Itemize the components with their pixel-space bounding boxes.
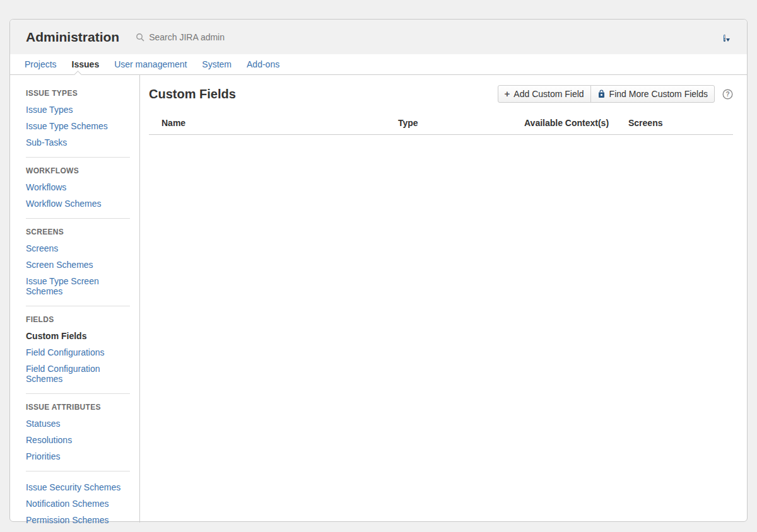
sidebar-group-header: ISSUE ATTRIBUTES	[26, 403, 130, 412]
sidebar-item-permission-schemes[interactable]: Permission Schemes	[26, 512, 130, 528]
sidebar-item-field-configuration-schemes[interactable]: Field Configuration Schemes	[26, 361, 130, 387]
sidebar-group-header: ISSUE TYPES	[26, 89, 130, 98]
marketplace-icon	[597, 90, 606, 98]
sidebar-item-custom-fields[interactable]: Custom Fields	[26, 328, 130, 344]
sidebar-group: FIELDS Custom FieldsField Configurations…	[26, 306, 130, 393]
sidebar-group: WORKFLOWS WorkflowsWorkflow Schemes	[26, 157, 130, 218]
search-input[interactable]	[148, 32, 286, 43]
sidebar: ISSUE TYPES Issue TypesIssue Type Scheme…	[10, 75, 140, 523]
sidebar-item-notification-schemes[interactable]: Notification Schemes	[26, 495, 130, 512]
sidebar-group: Issue Security SchemesNotification Schem…	[26, 471, 130, 532]
sidebar-item-issue-security-schemes[interactable]: Issue Security Schemes	[26, 479, 130, 495]
sidebar-item-workflows[interactable]: Workflows	[26, 179, 130, 195]
sidebar-item-workflow-schemes[interactable]: Workflow Schemes	[26, 195, 130, 212]
column-header-name: Name	[149, 118, 398, 128]
tab-system[interactable]: System	[202, 59, 232, 69]
main-content: Custom Fields + Add Custom Field Find Mo…	[140, 75, 747, 523]
sidebar-item-statuses[interactable]: Statuses	[26, 415, 130, 432]
sidebar-item-issue-type-schemes[interactable]: Issue Type Schemes	[26, 118, 130, 134]
custom-field-actions: + Add Custom Field Find More Custom Fiel…	[498, 85, 715, 103]
sidebar-group: ISSUE TYPES Issue TypesIssue Type Scheme…	[26, 86, 130, 157]
feedback-icon[interactable]: !	[724, 32, 734, 43]
sidebar-item-priorities[interactable]: Priorities	[26, 448, 130, 465]
sidebar-group-header: WORKFLOWS	[26, 166, 130, 175]
sidebar-item-screens[interactable]: Screens	[26, 240, 130, 257]
help-icon[interactable]: ?	[722, 89, 733, 100]
sidebar-group: SCREENS ScreensScreen SchemesIssue Type …	[26, 218, 130, 306]
find-more-custom-fields-button[interactable]: Find More Custom Fields	[590, 85, 715, 103]
sidebar-item-sub-tasks[interactable]: Sub-Tasks	[26, 134, 130, 151]
column-header-contexts: Available Context(s)	[524, 118, 628, 128]
sidebar-group-header: FIELDS	[26, 315, 130, 324]
tab-projects[interactable]: Projects	[25, 59, 57, 69]
search-icon	[136, 33, 144, 42]
tab-add-ons[interactable]: Add-ons	[247, 59, 279, 69]
sidebar-group-header: SCREENS	[26, 228, 130, 236]
add-custom-field-button[interactable]: + Add Custom Field	[498, 85, 591, 103]
sidebar-item-field-configurations[interactable]: Field Configurations	[26, 344, 130, 361]
tab-issues[interactable]: Issues	[72, 59, 100, 69]
table-header: Name Type Available Context(s) Screens	[149, 114, 733, 135]
admin-panel: Administration ! ProjectsIssuesUser mana…	[9, 19, 748, 522]
admin-search	[136, 32, 286, 43]
plus-icon: +	[505, 90, 510, 98]
admin-header: Administration !	[10, 20, 747, 54]
column-header-type: Type	[398, 118, 524, 128]
tab-user-management[interactable]: User management	[114, 59, 187, 69]
sidebar-group: ISSUE ATTRIBUTES StatusesResolutionsPrio…	[26, 393, 130, 471]
sidebar-item-resolutions[interactable]: Resolutions	[26, 432, 130, 448]
sidebar-item-screen-schemes[interactable]: Screen Schemes	[26, 257, 130, 273]
sidebar-item-issue-types[interactable]: Issue Types	[26, 101, 130, 118]
column-header-screens: Screens	[628, 118, 712, 128]
sidebar-item-issue-type-screen-schemes[interactable]: Issue Type Screen Schemes	[26, 273, 130, 299]
section-title: Custom Fields	[149, 87, 236, 101]
admin-tabs: ProjectsIssuesUser managementSystemAdd-o…	[10, 54, 747, 75]
page-title: Administration	[26, 30, 119, 45]
svg-text:?: ?	[725, 91, 729, 98]
